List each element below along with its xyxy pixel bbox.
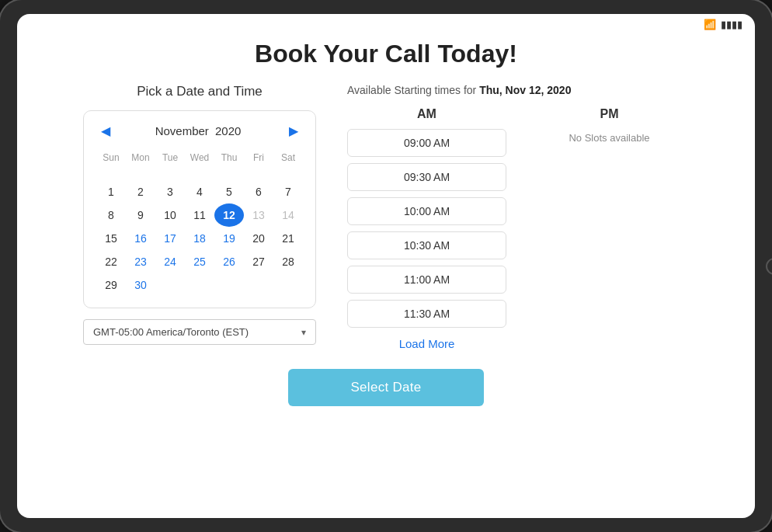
calendar-week-3: 8 9 10 11 12 13 14 bbox=[96, 203, 303, 227]
calendar-day-10[interactable]: 10 bbox=[155, 203, 185, 227]
time-slot-1130[interactable]: 11:30 AM bbox=[347, 300, 506, 328]
calendar-day-8[interactable]: 8 bbox=[96, 203, 126, 227]
calendar-day-empty bbox=[273, 273, 303, 297]
right-panel: Available Starting times for Thu, Nov 12… bbox=[347, 84, 689, 350]
select-date-button[interactable]: Select Date bbox=[288, 369, 483, 406]
calendar-day-11[interactable]: 11 bbox=[185, 203, 214, 227]
calendar-day-empty bbox=[96, 169, 126, 180]
am-column: AM 09:00 AM 09:30 AM 10:00 AM 10:30 AM 1… bbox=[347, 107, 506, 350]
available-label: Available Starting times for bbox=[347, 84, 476, 96]
timezone-selector[interactable]: GMT-05:00 America/Toronto (EST) ▾ bbox=[83, 319, 316, 345]
calendar-week-4: 15 16 17 18 19 20 21 bbox=[96, 227, 303, 250]
calendar-day-7[interactable]: 7 bbox=[273, 180, 303, 203]
home-button[interactable] bbox=[766, 258, 772, 275]
prev-month-button[interactable]: ◀ bbox=[96, 122, 115, 140]
calendar-day-29[interactable]: 29 bbox=[96, 273, 126, 297]
calendar-day-22[interactable]: 22 bbox=[96, 250, 126, 273]
calendar-day-2[interactable]: 2 bbox=[126, 180, 155, 203]
calendar-grid: Sun Mon Tue Wed Thu Fri Sat bbox=[96, 149, 303, 297]
calendar-day-empty bbox=[244, 273, 273, 297]
calendar-day-9[interactable]: 9 bbox=[126, 203, 155, 227]
battery-icon: ▮▮▮▮ bbox=[721, 19, 742, 30]
calendar-day-6[interactable]: 6 bbox=[244, 180, 273, 203]
status-bar: 📶 ▮▮▮▮ bbox=[17, 14, 755, 32]
day-header-fri: Fri bbox=[244, 149, 273, 169]
calendar-day-21[interactable]: 21 bbox=[273, 227, 303, 250]
day-header-sun: Sun bbox=[96, 149, 126, 169]
page-content: Book Your Call Today! Pick a Date and Ti… bbox=[17, 32, 755, 518]
calendar-day-empty bbox=[185, 169, 214, 180]
selected-date-label: Thu, Nov 12, 2020 bbox=[479, 84, 571, 96]
calendar-day-20[interactable]: 20 bbox=[244, 227, 273, 250]
calendar-day-empty bbox=[244, 169, 273, 180]
calendar-day-19[interactable]: 19 bbox=[214, 227, 244, 250]
calendar-day-24[interactable]: 24 bbox=[155, 250, 185, 273]
calendar-week-1 bbox=[96, 169, 303, 180]
calendar-day-16[interactable]: 16 bbox=[126, 227, 155, 250]
load-more-button[interactable]: Load More bbox=[347, 337, 506, 350]
wifi-icon: 📶 bbox=[704, 19, 716, 30]
dropdown-arrow-icon: ▾ bbox=[301, 327, 306, 338]
day-header-mon: Mon bbox=[126, 149, 155, 169]
calendar-day-3[interactable]: 3 bbox=[155, 180, 185, 203]
calendar-day-13: 13 bbox=[244, 203, 273, 227]
left-panel: Pick a Date and Time ◀ November 2020 ▶ bbox=[83, 84, 316, 350]
calendar-day-14: 14 bbox=[273, 203, 303, 227]
no-slots-label: No Slots available bbox=[569, 132, 649, 144]
time-slot-930[interactable]: 09:30 AM bbox=[347, 163, 506, 191]
pm-column: PM No Slots available bbox=[530, 107, 689, 350]
day-header-tue: Tue bbox=[155, 149, 185, 169]
calendar-day-26[interactable]: 26 bbox=[214, 250, 244, 273]
calendar-month: November bbox=[155, 124, 209, 137]
calendar-day-empty bbox=[155, 273, 185, 297]
main-area: Pick a Date and Time ◀ November 2020 ▶ bbox=[83, 84, 689, 350]
calendar-day-17[interactable]: 17 bbox=[155, 227, 185, 250]
time-slot-1100[interactable]: 11:00 AM bbox=[347, 266, 506, 294]
calendar-day-23[interactable]: 23 bbox=[126, 250, 155, 273]
time-slot-900[interactable]: 09:00 AM bbox=[347, 129, 506, 157]
calendar-day-empty bbox=[273, 169, 303, 180]
calendar-week-2: 1 2 3 4 5 6 7 bbox=[96, 180, 303, 203]
calendar-day-empty bbox=[185, 273, 214, 297]
calendar-day-12[interactable]: 12 bbox=[214, 203, 244, 227]
calendar-day-27[interactable]: 27 bbox=[244, 250, 273, 273]
calendar-day-25[interactable]: 25 bbox=[185, 250, 214, 273]
calendar-header: ◀ November 2020 ▶ bbox=[96, 122, 303, 140]
calendar-day-empty bbox=[214, 273, 244, 297]
tablet-screen: 📶 ▮▮▮▮ Book Your Call Today! Pick a Date… bbox=[17, 14, 755, 518]
day-header-thu: Thu bbox=[214, 149, 244, 169]
calendar-day-5[interactable]: 5 bbox=[214, 180, 244, 203]
calendar-box: ◀ November 2020 ▶ Sun Mon bbox=[83, 110, 316, 308]
calendar-day-18[interactable]: 18 bbox=[185, 227, 214, 250]
calendar-week-5: 22 23 24 25 26 27 28 bbox=[96, 250, 303, 273]
tablet-frame: 📶 ▮▮▮▮ Book Your Call Today! Pick a Date… bbox=[0, 0, 772, 532]
day-header-wed: Wed bbox=[185, 149, 214, 169]
calendar-day-28[interactable]: 28 bbox=[273, 250, 303, 273]
page-title: Book Your Call Today! bbox=[255, 40, 517, 68]
calendar-year: 2020 bbox=[215, 124, 241, 137]
calendar-day-4[interactable]: 4 bbox=[185, 180, 214, 203]
calendar-day-15[interactable]: 15 bbox=[96, 227, 126, 250]
calendar-day-1[interactable]: 1 bbox=[96, 180, 126, 203]
timezone-label: GMT-05:00 America/Toronto (EST) bbox=[93, 326, 301, 338]
time-slot-1000[interactable]: 10:00 AM bbox=[347, 197, 506, 225]
calendar-day-headers: Sun Mon Tue Wed Thu Fri Sat bbox=[96, 149, 303, 169]
calendar-day-empty bbox=[155, 169, 185, 180]
calendar-day-empty bbox=[214, 169, 244, 180]
time-slot-1030[interactable]: 10:30 AM bbox=[347, 231, 506, 259]
calendar-day-empty bbox=[126, 169, 155, 180]
next-month-button[interactable]: ▶ bbox=[284, 122, 303, 140]
pm-header: PM bbox=[600, 107, 619, 121]
day-header-sat: Sat bbox=[273, 149, 303, 169]
calendar-month-year: November 2020 bbox=[155, 124, 245, 137]
time-columns: AM 09:00 AM 09:30 AM 10:00 AM 10:30 AM 1… bbox=[347, 107, 689, 350]
available-times-title: Available Starting times for Thu, Nov 12… bbox=[347, 84, 689, 96]
pick-date-subtitle: Pick a Date and Time bbox=[137, 84, 263, 99]
calendar-week-6: 29 30 bbox=[96, 273, 303, 297]
calendar-day-30[interactable]: 30 bbox=[126, 273, 155, 297]
am-header: AM bbox=[417, 107, 436, 121]
